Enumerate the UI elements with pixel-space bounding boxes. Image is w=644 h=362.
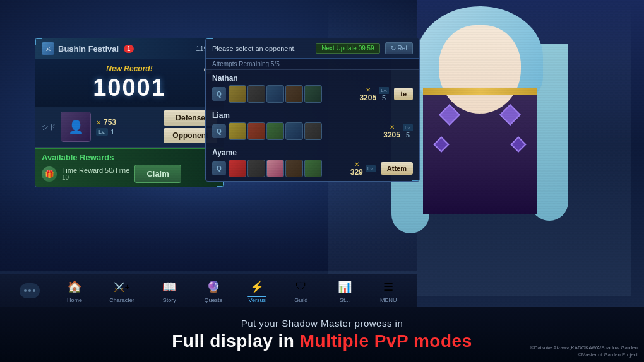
rewards-section: Available Rewards 🎁 Time Reward 50/Time … xyxy=(35,148,224,187)
nav-guild[interactable]: 🛡 Guild xyxy=(292,278,310,303)
claim-button[interactable]: Claim xyxy=(134,165,181,183)
bottom-navigation: 🏠 Home ⚔️+ Character 📖 Story 🔮 Quests ⚡ … xyxy=(0,274,417,307)
pvp-opponent-name-1: Liam xyxy=(212,111,413,120)
player-stats: ✕ 753 Lv. 1 xyxy=(96,118,164,136)
rewards-info: Time Reward 50/Time 10 xyxy=(62,166,129,181)
pvp-lv-label-2: Lv. xyxy=(366,165,376,172)
nav-home-label: Home xyxy=(67,297,82,303)
rewards-text: Time Reward 50/Time xyxy=(62,166,129,174)
pvp-char-2-4 xyxy=(304,160,322,177)
pvp-score-val-0: 3205 xyxy=(359,93,376,102)
nav-quests[interactable]: 🔮 Quests xyxy=(204,278,222,303)
pvp-timer-label: Next Update xyxy=(321,45,357,52)
pvp-select-text: Please select an opponent. xyxy=(212,45,311,52)
nav-more-btn[interactable] xyxy=(20,283,40,298)
char-eyes xyxy=(448,60,511,74)
pvp-opponent-name-0: Nathan xyxy=(212,74,413,83)
versus-active-indicator xyxy=(247,296,266,297)
versus-icon: ⚡ xyxy=(248,278,266,296)
pvp-chars-2 xyxy=(229,160,345,177)
panel-corner-tl xyxy=(35,38,42,45)
nav-stats-label: St... xyxy=(340,297,350,303)
time-count: 50/Time xyxy=(105,166,129,174)
pvp-lv-label-1: Lv. xyxy=(403,124,413,131)
pvp-opponent-name-2: Ayame xyxy=(212,148,413,157)
nav-story-label: Story xyxy=(163,297,176,303)
left-panel: ⚔ Bushin Festival 1 119,38 New Record! 1… xyxy=(35,38,224,187)
tagline-white-text: Full display in xyxy=(172,331,299,351)
new-record-label: New Record! xyxy=(43,64,216,73)
panel-header: ⚔ Bushin Festival 1 119,38 xyxy=(35,38,224,59)
pvp-char-1-2 xyxy=(266,122,284,140)
pvp-char-2-3 xyxy=(285,160,303,177)
rewards-icon: 🎁 xyxy=(42,166,57,182)
pvp-attempts: Attempts Remaining 5/5 xyxy=(206,59,419,70)
pvp-attempts-label: Attempts Remaining xyxy=(212,61,269,67)
char-diamond-1 xyxy=(439,104,460,126)
pvp-opponent-1: Liam Q ✕ 3205 Lv. 5 xyxy=(206,107,419,144)
pvp-chars-1 xyxy=(229,122,378,140)
panel-badge: 1 xyxy=(124,45,134,53)
pvp-char-2-1 xyxy=(247,160,265,177)
lv-label: Lv. xyxy=(96,128,108,136)
stat-row-score: ✕ 753 xyxy=(96,118,164,127)
pvp-char-1-1 xyxy=(247,122,265,140)
nav-character[interactable]: ⚔️+ Character xyxy=(109,278,134,303)
pvp-chars-0 xyxy=(229,85,354,103)
char-eye-left xyxy=(448,60,466,74)
char-diamond-2 xyxy=(499,104,521,126)
pvp-lv-label-0: Lv. xyxy=(379,87,389,94)
nav-story[interactable]: 📖 Story xyxy=(160,278,178,303)
nav-menu[interactable]: ☰ MENU xyxy=(379,278,397,303)
nav-more-dots xyxy=(20,283,40,298)
copyright-line-2: ©Master of Garden Project xyxy=(530,351,638,358)
pvp-char-0-0 xyxy=(229,85,246,103)
pvp-char-0-3 xyxy=(285,85,303,103)
player-avatar: 👤 xyxy=(61,112,91,142)
pvp-panel: Please select an opponent. Next Update 0… xyxy=(205,38,420,182)
guild-icon: 🛡 xyxy=(292,278,310,296)
stat-row-lv: Lv. 1 xyxy=(96,128,164,136)
quests-icon: 🔮 xyxy=(205,278,222,296)
nav-dot-2 xyxy=(28,289,31,292)
pvp-char-2-0 xyxy=(229,160,246,177)
char-diamond-4 xyxy=(510,136,526,152)
copyright-line-1: ©Daisuke Aizawa,KADOKAWA/Shadow Garden xyxy=(530,344,638,351)
tagline-subtitle: Put your Shadow Master prowess in xyxy=(241,318,403,329)
pvp-char-1-4 xyxy=(304,122,322,140)
pvp-char-0-4 xyxy=(304,85,322,103)
nav-dot-3 xyxy=(33,289,35,292)
lv-value: 1 xyxy=(110,128,114,136)
pvp-char-0-1 xyxy=(247,85,265,103)
pvp-lv-2: Lv. xyxy=(366,165,376,172)
nav-home[interactable]: 🏠 Home xyxy=(66,278,83,303)
rewards-sub-count: 10 xyxy=(62,174,129,181)
pvp-header: Please select an opponent. Next Update 0… xyxy=(206,38,419,59)
char-gold-trim xyxy=(423,88,537,95)
pvp-score-icon-1: ✕ xyxy=(390,124,395,131)
pvp-opponent-row-1: Q ✕ 3205 Lv. 5 xyxy=(212,122,413,140)
pvp-q-icon-2: Q xyxy=(212,161,226,175)
nav-versus[interactable]: ⚡ Versus xyxy=(248,278,266,303)
pvp-refresh-button[interactable]: ↻ Ref xyxy=(385,42,413,54)
pvp-score-val-2: 329 xyxy=(350,168,363,177)
nav-stats[interactable]: 📊 St... xyxy=(336,278,354,303)
pvp-char-1-3 xyxy=(285,122,303,140)
pvp-lv-1: Lv. 5 xyxy=(403,124,413,139)
nav-character-label: Character xyxy=(109,297,134,303)
pvp-score-icon-0: ✕ xyxy=(366,86,371,93)
pvp-opponent-0: Nathan Q ✕ 3205 Lv. 5 te xyxy=(206,70,419,107)
nav-versus-label: Versus xyxy=(249,297,266,303)
pvp-score-icon-2: ✕ xyxy=(354,161,359,168)
char-diamond-3 xyxy=(433,136,449,152)
pvp-corner-tl xyxy=(205,38,213,45)
bushin-icon: ⚔ xyxy=(42,42,54,55)
score-area: New Record! 10001 🔍 xyxy=(35,59,224,107)
pvp-lv-0: Lv. 5 xyxy=(379,87,389,102)
score-value: 10001 xyxy=(43,74,216,102)
copyright-text: ©Daisuke Aizawa,KADOKAWA/Shadow Garden ©… xyxy=(530,344,638,358)
pvp-challenge-btn-2[interactable]: Attem xyxy=(381,162,413,175)
pvp-challenge-btn-0[interactable]: te xyxy=(394,88,413,100)
character-icon: ⚔️+ xyxy=(113,278,131,296)
nav-dot-1 xyxy=(24,289,27,292)
